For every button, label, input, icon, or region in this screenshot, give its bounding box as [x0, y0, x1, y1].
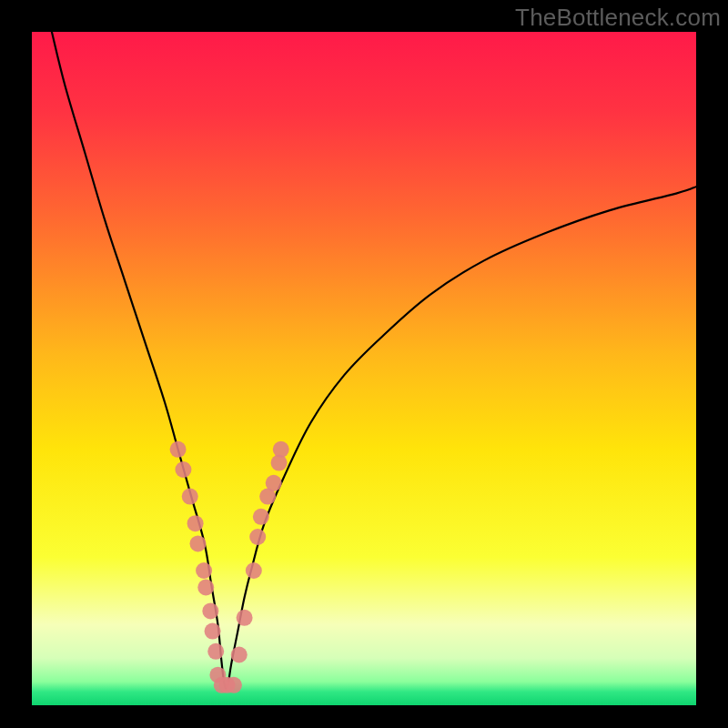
- sample-point: [246, 562, 262, 579]
- sample-point: [249, 529, 266, 545]
- sample-point: [175, 461, 191, 478]
- sample-point: [202, 602, 218, 619]
- sample-point: [266, 475, 282, 491]
- sample-point: [196, 562, 212, 579]
- sample-point: [187, 515, 204, 531]
- sample-point: [231, 647, 248, 663]
- plot-area: [32, 32, 696, 705]
- sample-point: [273, 441, 289, 458]
- bottleneck-curve: [52, 32, 696, 688]
- watermark-text: TheBottleneck.com: [515, 4, 721, 32]
- sample-point: [253, 509, 269, 525]
- sample-point: [237, 610, 253, 626]
- sample-point: [182, 489, 198, 505]
- plot-svg: [32, 32, 696, 705]
- sample-points-group: [170, 441, 289, 693]
- chart-frame: TheBottleneck.com: [0, 0, 728, 728]
- sample-point: [170, 441, 187, 458]
- sample-point: [205, 623, 221, 640]
- sample-point: [197, 580, 214, 596]
- sample-point: [190, 535, 207, 551]
- sample-point: [207, 643, 224, 660]
- sample-point: [226, 677, 242, 693]
